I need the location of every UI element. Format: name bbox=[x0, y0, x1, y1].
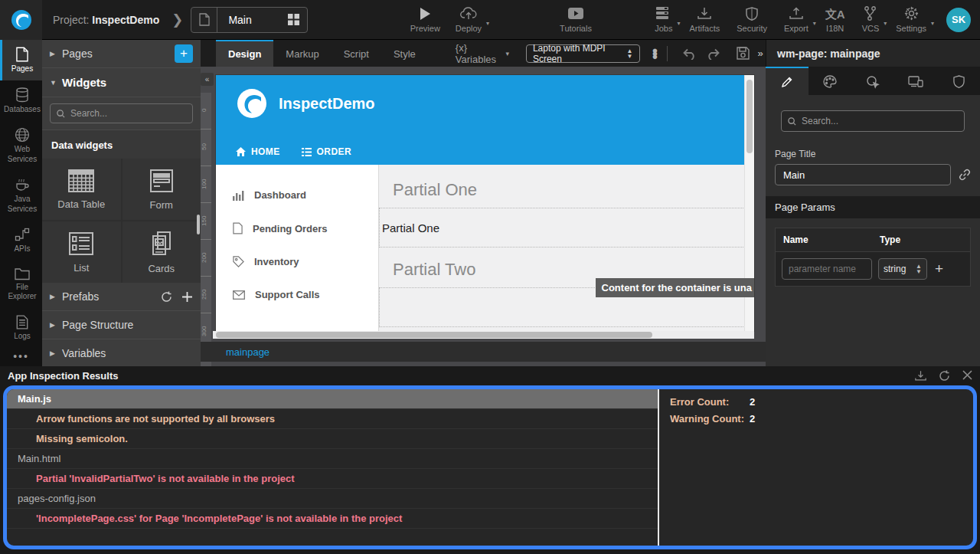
sidebar-item-logs[interactable]: Logs bbox=[0, 308, 42, 348]
shield-outline-icon bbox=[953, 75, 965, 88]
prefabs-section-header[interactable]: ▶ Prefabs bbox=[42, 283, 201, 311]
sidebar-item-pages[interactable]: Pages bbox=[0, 40, 42, 80]
menu-item-pending-orders[interactable]: Pending Orders bbox=[216, 211, 378, 245]
inspection-row-file[interactable]: Main.js bbox=[7, 389, 658, 409]
bind-link-icon[interactable] bbox=[959, 169, 971, 181]
page-selector[interactable]: Main bbox=[191, 7, 307, 33]
variables-section-label: Variables bbox=[62, 347, 193, 359]
kebab-menu-icon[interactable]: ●●● bbox=[652, 49, 658, 58]
inspection-row-warning[interactable]: Arrow functions are not supported by all… bbox=[7, 409, 658, 429]
export-button[interactable]: Export ▾ bbox=[778, 2, 815, 38]
widgets-panel-scrollbar[interactable] bbox=[197, 215, 200, 234]
widget-tile-cards[interactable]: Cards bbox=[122, 221, 201, 283]
page-params-table: Name Type string ▲▼ + bbox=[775, 228, 971, 287]
inspection-title: App Inspection Results bbox=[8, 370, 118, 382]
widget-search-input[interactable]: Search... bbox=[50, 103, 193, 123]
inspection-row-file[interactable]: pages-config.json bbox=[7, 489, 658, 509]
page-structure-section-header[interactable]: ▶ Page Structure bbox=[42, 311, 201, 339]
param-type-select[interactable]: string ▲▼ bbox=[878, 258, 927, 280]
form-icon bbox=[149, 169, 174, 193]
add-param-button[interactable]: + bbox=[933, 261, 945, 277]
chevron-down-icon: ▾ bbox=[677, 20, 680, 27]
widget-tile-data-table[interactable]: Data Table bbox=[42, 159, 121, 220]
artifacts-label: Artifacts bbox=[690, 24, 720, 33]
add-prefab-icon[interactable] bbox=[181, 291, 193, 303]
download-results-button[interactable] bbox=[915, 370, 926, 382]
more-options-icon[interactable]: ••• bbox=[0, 350, 42, 362]
partial-one-container[interactable]: Partial One bbox=[379, 208, 754, 247]
variables-dropdown[interactable]: {x} Variables ▾ bbox=[456, 42, 509, 65]
tab-events[interactable] bbox=[851, 67, 894, 95]
mainpage-link[interactable]: mainpage bbox=[226, 346, 270, 358]
tab-design[interactable]: Design bbox=[216, 40, 273, 67]
device-selector[interactable]: Laptop with MDPI Screen ▲▼ bbox=[526, 44, 640, 63]
tab-markup[interactable]: Markup bbox=[273, 40, 331, 67]
wavemaker-logo-icon bbox=[10, 8, 33, 31]
add-page-button[interactable]: + bbox=[175, 44, 193, 63]
sidebar-item-databases[interactable]: Databases bbox=[0, 80, 42, 121]
menu-item-inventory[interactable]: Inventory bbox=[216, 245, 378, 278]
page-grid-icon[interactable] bbox=[281, 14, 307, 25]
artifacts-button[interactable]: Artifacts bbox=[684, 2, 727, 38]
settings-button[interactable]: Settings ▾ bbox=[890, 2, 933, 38]
tile-label: Cards bbox=[148, 263, 175, 274]
sidebar-item-java-services[interactable]: Java Services bbox=[0, 170, 42, 220]
logs-icon bbox=[16, 315, 28, 329]
properties-search-input[interactable]: Search... bbox=[781, 110, 965, 132]
menu-item-dashboard[interactable]: Dashboard bbox=[216, 179, 378, 211]
save-button[interactable] bbox=[737, 47, 750, 60]
error-count-label: Error Count: bbox=[670, 396, 750, 408]
branch-icon bbox=[864, 5, 877, 22]
tutorials-button[interactable]: Tutorials bbox=[554, 2, 598, 38]
wavemaker-logo[interactable] bbox=[0, 0, 42, 40]
left-nav-rail: Pages Databases Web Services Java Servic… bbox=[0, 40, 42, 366]
param-name-input[interactable] bbox=[782, 258, 872, 280]
redo-button[interactable] bbox=[707, 48, 720, 60]
preview-button[interactable]: Preview bbox=[404, 2, 446, 38]
sidebar-item-web-services[interactable]: Web Services bbox=[0, 120, 42, 170]
user-avatar[interactable]: SK bbox=[946, 8, 971, 32]
security-button[interactable]: Security bbox=[730, 2, 773, 38]
refresh-results-button[interactable] bbox=[939, 370, 950, 382]
i18n-button[interactable]: 文A I18N bbox=[819, 2, 851, 38]
caret-right-icon: ▶ bbox=[50, 293, 62, 300]
tab-styles[interactable] bbox=[808, 67, 851, 95]
tutorials-label: Tutorials bbox=[560, 24, 592, 33]
close-panel-button[interactable] bbox=[962, 370, 972, 382]
app-nav-home[interactable]: HOME bbox=[236, 146, 280, 157]
expand-panel-button[interactable]: » bbox=[755, 48, 766, 59]
canvas-horizontal-scrollbar[interactable] bbox=[213, 331, 754, 339]
refresh-icon[interactable] bbox=[161, 291, 172, 303]
list-icon bbox=[68, 231, 94, 256]
caret-down-icon: ▼ bbox=[50, 79, 62, 87]
widgets-section-header[interactable]: ▼ Widgets bbox=[42, 68, 201, 97]
undo-button[interactable] bbox=[682, 48, 696, 60]
inspection-results-box: Main.js Arrow functions are not supporte… bbox=[3, 385, 977, 549]
inspection-row-error[interactable]: Partial 'InvalidPartialTwo' is not avail… bbox=[7, 469, 658, 489]
app-header[interactable]: InspectDemo HOME ORDER bbox=[216, 75, 754, 165]
widget-tile-list[interactable]: List bbox=[42, 221, 121, 283]
jobs-button[interactable]: Jobs ▾ bbox=[648, 2, 678, 38]
inspection-row-error[interactable]: 'IncompletePage.css' for Page 'Incomplet… bbox=[7, 509, 658, 529]
pages-section-header[interactable]: ▶ Pages + bbox=[42, 40, 201, 68]
app-nav-order[interactable]: ORDER bbox=[302, 146, 351, 157]
tab-script[interactable]: Script bbox=[332, 40, 381, 67]
inspection-row-file[interactable]: Main.html bbox=[7, 449, 658, 469]
sidebar-item-apis[interactable]: APIs bbox=[0, 220, 42, 261]
jobs-label: Jobs bbox=[655, 24, 672, 33]
tab-style[interactable]: Style bbox=[381, 40, 428, 67]
tab-properties[interactable] bbox=[766, 67, 808, 95]
tab-devices[interactable] bbox=[894, 67, 937, 95]
collapse-widgets-button[interactable]: « bbox=[201, 73, 214, 86]
page-title-input[interactable] bbox=[775, 164, 951, 185]
page-file-icon bbox=[191, 8, 217, 32]
tutorials-video-icon bbox=[568, 5, 583, 22]
deploy-button[interactable]: Deploy ▾ bbox=[449, 2, 488, 38]
menu-item-support-calls[interactable]: Support Calls bbox=[216, 278, 378, 311]
tab-security[interactable] bbox=[937, 67, 980, 95]
widget-tile-form[interactable]: Form bbox=[122, 159, 201, 220]
sidebar-item-file-explorer[interactable]: File Explorer bbox=[0, 261, 42, 308]
variables-section-header[interactable]: ▶ Variables bbox=[42, 339, 201, 368]
inspection-row-warning[interactable]: Missing semicolon. bbox=[7, 429, 658, 449]
vcs-button[interactable]: VCS ▾ bbox=[856, 2, 886, 38]
